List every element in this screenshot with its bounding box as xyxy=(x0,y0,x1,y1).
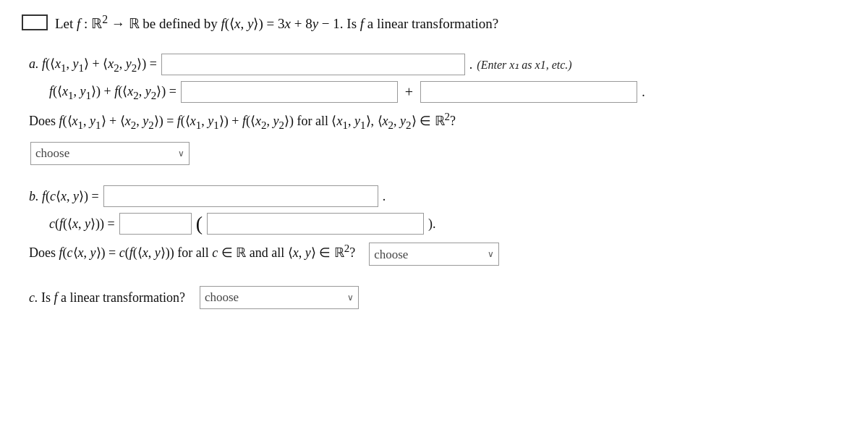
section-b-does-row: Does f(c⟨x, y⟩) = c(f(⟨x, y⟩)) for all c… xyxy=(29,240,846,266)
section-a-plus: + xyxy=(405,84,413,101)
section-a-row2: f(⟨x1, y1⟩) + f(⟨x2, y2⟩) = + . xyxy=(29,81,846,103)
section-c-label: c. Is f a linear transformation? xyxy=(29,290,185,306)
section-a-row2-label: f(⟨x1, y1⟩) + f(⟨x2, y2⟩) = xyxy=(29,83,176,102)
section-a-chevron-icon: ∨ xyxy=(178,148,184,159)
section-b-row1: b. f(c⟨x, y⟩) = . xyxy=(29,185,846,207)
section-a-input1[interactable] xyxy=(161,54,465,75)
section-b-dropdown[interactable]: choose ∨ xyxy=(369,243,499,266)
section-b-dropdown-label: choose xyxy=(374,245,408,264)
section-a-input2b[interactable] xyxy=(420,81,637,103)
section-b-input2b[interactable] xyxy=(207,213,424,235)
header-row: Let f : ℝ2 → ℝ be defined by f(⟨x, y⟩) =… xyxy=(22,13,846,32)
section-c-dropdown-label: choose xyxy=(205,290,239,305)
section-a-period1: . xyxy=(469,57,473,72)
section-a-row1: a. f(⟨x1, y1⟩ + ⟨x2, y2⟩) = . (Enter x₁ … xyxy=(29,54,846,75)
section-b-input1[interactable] xyxy=(103,185,378,207)
section-a-dropdown[interactable]: choose ∨ xyxy=(30,142,190,165)
header-title: Let f : ℝ2 → ℝ be defined by f(⟨x, y⟩) =… xyxy=(55,13,498,32)
section-b-open-paren: ( xyxy=(196,214,203,234)
section-b-label: b. f(c⟨x, y⟩) = xyxy=(29,188,99,204)
section-a-label: a. f(⟨x1, y1⟩ + ⟨x2, y2⟩) = xyxy=(29,56,157,75)
section-b-close-paren: ). xyxy=(428,216,436,232)
section-b-period1: . xyxy=(383,189,386,204)
entry-note: (Enter x₁ as x1, etc.) xyxy=(477,58,571,72)
section-a: a. f(⟨x1, y1⟩ + ⟨x2, y2⟩) = . (Enter x₁ … xyxy=(22,54,846,165)
checkbox-square[interactable] xyxy=(22,14,48,30)
section-a-does-text: Does f(⟨x1, y1⟩ + ⟨x2, y2⟩) = f(⟨x1, y1⟩… xyxy=(29,114,456,128)
section-b-row2: c(f(⟨x, y⟩)) = ( ). xyxy=(29,213,846,235)
section-b-does-text: Does f(c⟨x, y⟩) = c(f(⟨x, y⟩)) for all c… xyxy=(29,245,359,260)
section-c-chevron-icon: ∨ xyxy=(347,292,354,303)
section-a-period2: . xyxy=(642,85,645,100)
section-c-row: c. Is f a linear transformation? choose … xyxy=(29,286,846,309)
section-a-does-row: Does f(⟨x1, y1⟩ + ⟨x2, y2⟩) = f(⟨x1, y1⟩… xyxy=(29,109,846,133)
section-a-input2a[interactable] xyxy=(181,81,398,103)
section-b-input2a[interactable] xyxy=(119,213,192,235)
section-b-row2-label: c(f(⟨x, y⟩)) = xyxy=(49,216,115,232)
section-c-dropdown[interactable]: choose ∨ xyxy=(200,286,359,309)
section-b: b. f(c⟨x, y⟩) = . c(f(⟨x, y⟩)) = ( ). Do… xyxy=(22,185,846,266)
section-a-dropdown-label: choose xyxy=(35,146,69,161)
section-c: c. Is f a linear transformation? choose … xyxy=(22,286,846,309)
section-b-chevron-icon: ∨ xyxy=(488,248,494,261)
